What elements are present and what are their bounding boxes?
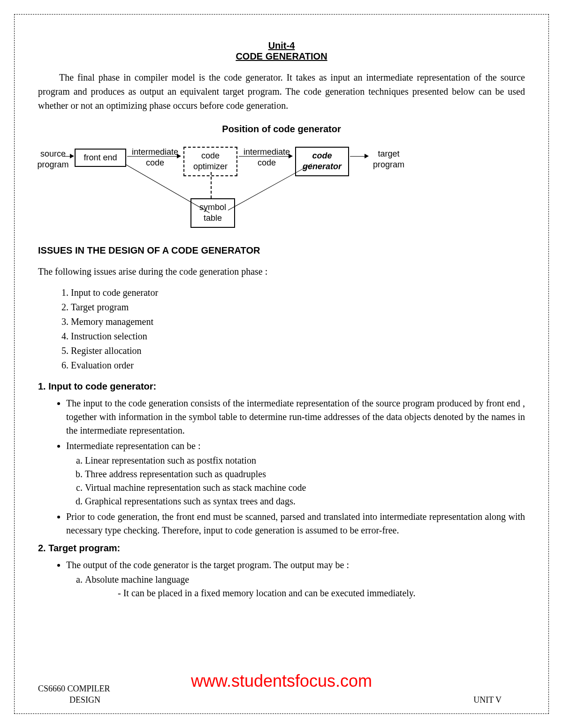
section-1-bullets: The input to the code generation consist… <box>38 397 525 537</box>
list-item: Linear representation such as postfix no… <box>85 454 525 467</box>
list-item: Graphical representations such as syntax… <box>85 495 525 508</box>
section-2-sublist: Absolute machine language - It can be pl… <box>66 573 525 600</box>
footer-design: DESIGN <box>38 695 132 705</box>
unit-title: Unit-4 <box>38 40 525 51</box>
list-item: Intermediate representation can be : Lin… <box>66 439 525 508</box>
title-block: Unit-4 CODE GENERATION <box>38 40 525 62</box>
section-2-bullets: The output of the code generator is the … <box>38 558 525 600</box>
list-item: Input to code generator <box>71 285 525 300</box>
list-item: Target program <box>71 300 525 315</box>
intro-paragraph: The final phase in compiler model is the… <box>38 70 525 113</box>
issues-heading: ISSUES IN THE DESIGN OF A CODE GENERATOR <box>38 245 525 256</box>
chapter-title: CODE GENERATION <box>38 51 525 62</box>
label-intermediate-code-2: intermediate code <box>240 147 294 169</box>
footer-unit: UNIT V <box>473 695 502 705</box>
list-item: Prior to code generation, the front end … <box>66 510 525 537</box>
issues-list: Input to code generator Target program M… <box>38 285 525 373</box>
code-generator-diagram: source program front end intermediate co… <box>38 147 525 231</box>
section-1-heading: 1. Input to code generator: <box>38 381 525 392</box>
box-code-generator: code generator <box>295 147 349 176</box>
list-item: Three address representation such as qua… <box>85 467 525 481</box>
list-item: The input to the code generation consist… <box>66 397 525 437</box>
label-intermediate-code-1: intermediate code <box>128 147 182 169</box>
list-item: Virtual machine representation such as s… <box>85 481 525 495</box>
sub-note: - It can be placed in a fixed memory loc… <box>118 586 525 600</box>
label-target-program: target program <box>369 149 409 171</box>
box-symbol-table: symbol table <box>190 198 235 228</box>
label-source-program: source program <box>34 149 72 171</box>
footer-course: CS6660 COMPILER <box>38 684 110 694</box>
section-1-sublist: Linear representation such as postfix no… <box>66 454 525 508</box>
page-border: Unit-4 CODE GENERATION The final phase i… <box>14 14 549 714</box>
list-item: Absolute machine language - It can be pl… <box>85 573 525 600</box>
diagram-heading: Position of code generator <box>38 124 525 135</box>
list-item: Instruction selection <box>71 329 525 344</box>
list-item: The output of the code generator is the … <box>66 558 525 600</box>
list-item: Evaluation order <box>71 358 525 373</box>
section-2-heading: 2. Target program: <box>38 543 525 554</box>
box-front-end: front end <box>75 149 126 167</box>
issues-intro: The following issues arise during the co… <box>38 266 525 277</box>
list-item: Register allocation <box>71 344 525 358</box>
list-item: Memory management <box>71 315 525 329</box>
page: Unit-4 CODE GENERATION The final phase i… <box>0 0 563 728</box>
